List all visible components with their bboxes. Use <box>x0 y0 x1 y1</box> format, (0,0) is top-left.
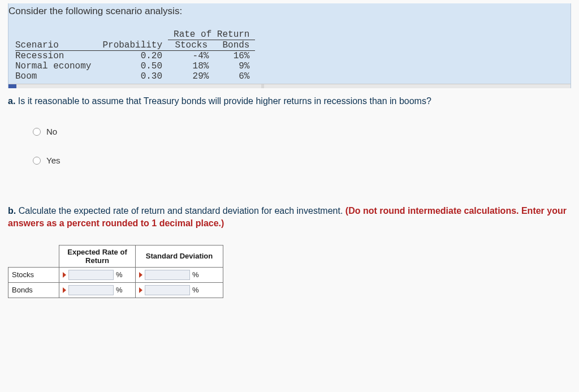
cell: Boom <box>15 71 97 81</box>
col-scenario: Scenario <box>15 40 97 51</box>
row-label-bonds: Bonds <box>8 282 59 298</box>
cell: -4% <box>168 51 214 62</box>
answer-row-stocks: Stocks % % <box>8 267 223 282</box>
scenario-table: Rate of Return Scenario Probability Stoc… <box>15 29 255 81</box>
col-stocks: Stocks <box>168 40 214 51</box>
option-yes-label: Yes <box>46 156 60 165</box>
input-marker-icon <box>139 272 142 278</box>
radio-icon <box>33 157 41 165</box>
unit-label: % <box>192 286 201 294</box>
input-marker-icon <box>63 287 66 293</box>
question-b: b. Calculate the expected rate of return… <box>8 192 571 230</box>
table-row: Boom 0.30 29% 6% <box>15 71 255 81</box>
cell: 0.30 <box>97 71 168 81</box>
cell: 0.20 <box>97 51 168 62</box>
header-standard-deviation: Standard Deviation <box>136 245 223 267</box>
question-a: a. Is it reasonable to assume that Treas… <box>8 88 571 106</box>
input-marker-icon <box>139 287 142 293</box>
table-row: Normal economy 0.50 18% 9% <box>15 61 255 71</box>
unit-label: % <box>192 270 201 279</box>
cell: 18% <box>168 61 214 71</box>
row-label-stocks: Stocks <box>8 267 59 282</box>
cell: 16% <box>214 51 255 62</box>
stocks-sd-input[interactable] <box>145 270 190 280</box>
unit-label: % <box>116 286 125 294</box>
question-b-text: Calculate the expected rate of return an… <box>19 206 345 216</box>
answers-table: Expected Rate of Return Standard Deviati… <box>8 245 223 298</box>
col-bonds: Bonds <box>214 40 255 51</box>
unit-label: % <box>116 270 125 279</box>
prompt-text: Consider the following scenario analysis… <box>8 3 571 23</box>
cell: 9% <box>214 61 255 71</box>
question-a-label: a. <box>8 96 15 106</box>
radio-icon <box>33 128 41 136</box>
cell: Recession <box>15 51 97 62</box>
cell: 0.50 <box>97 61 168 71</box>
bonds-sd-input[interactable] <box>145 285 190 295</box>
question-a-text: Is it reasonable to assume that Treasury… <box>18 96 431 106</box>
cell: 29% <box>168 71 214 81</box>
bonds-err-input[interactable] <box>68 285 114 295</box>
scenario-table-wrap: Rate of Return Scenario Probability Stoc… <box>8 26 571 81</box>
cell: 6% <box>214 71 255 81</box>
question-b-label: b. <box>8 206 16 216</box>
divider <box>8 84 571 88</box>
answer-row-bonds: Bonds % % <box>8 282 223 298</box>
group-header: Rate of Return <box>168 29 255 40</box>
cell: Normal economy <box>15 61 97 71</box>
stocks-err-input[interactable] <box>68 270 114 280</box>
table-row: Recession 0.20 -4% 16% <box>15 51 255 62</box>
option-yes[interactable]: Yes <box>33 156 571 165</box>
option-no-label: No <box>46 127 57 136</box>
header-expected-return: Expected Rate of Return <box>59 245 136 267</box>
input-marker-icon <box>63 272 66 278</box>
option-no[interactable]: No <box>33 127 571 136</box>
col-probability: Probability <box>97 40 168 51</box>
